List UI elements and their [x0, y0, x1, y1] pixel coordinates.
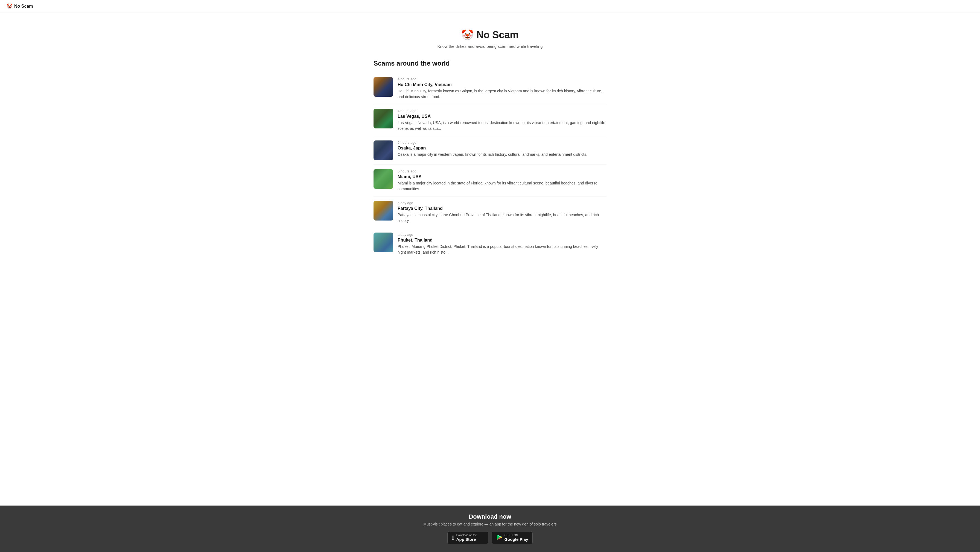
- scam-list-item[interactable]: a day ago Pattaya City, Thailand Pattaya…: [374, 197, 606, 228]
- scam-description: Phuket, Mueang Phuket District, Phuket, …: [398, 244, 606, 255]
- google-play-small-label: GET IT ON: [504, 534, 518, 537]
- scam-list-item[interactable]: 6 hours ago Miami, USA Miami is a major …: [374, 165, 606, 197]
- scam-list-item[interactable]: 4 hours ago Ho Chi Minh City, Vietnam Ho…: [374, 73, 606, 105]
- scam-city: Pattaya City, Thailand: [398, 206, 606, 211]
- scam-description: Miami is a major city located in the sta…: [398, 180, 606, 192]
- logo-emoji: 🤡: [6, 3, 13, 9]
- apple-icon: : [452, 535, 454, 541]
- scam-content: 6 hours ago Miami, USA Miami is a major …: [398, 169, 606, 192]
- scam-city: Ho Chi Minh City, Vietnam: [398, 82, 606, 87]
- scam-time: a day ago: [398, 233, 606, 236]
- hero-title-text: No Scam: [476, 29, 519, 41]
- scam-city: Miami, USA: [398, 174, 606, 179]
- hero-subtitle: Know the dirties and avoid being scammed…: [6, 44, 974, 49]
- scam-thumbnail: [374, 233, 393, 252]
- scam-description: Osaka is a major city in western Japan, …: [398, 152, 606, 157]
- hero-title-emoji: 🤡: [461, 29, 474, 41]
- footer-subtitle: Must-visit places to eat and explore — a…: [6, 522, 974, 526]
- scam-time: 6 hours ago: [398, 169, 606, 173]
- scam-list-item[interactable]: 5 hours ago Osaka, Japan Osaka is a majo…: [374, 136, 606, 165]
- scam-city: Osaka, Japan: [398, 146, 606, 151]
- scam-time: a day ago: [398, 201, 606, 205]
- scam-thumbnail: [374, 140, 393, 160]
- scam-city: Phuket, Thailand: [398, 238, 606, 243]
- footer: Download now Must-visit places to eat an…: [0, 506, 980, 552]
- scam-content: a day ago Phuket, Thailand Phuket, Muean…: [398, 233, 606, 255]
- scam-content: 4 hours ago Las Vegas, USA Las Vegas, Ne…: [398, 109, 606, 132]
- scam-description: Ho Chi Minh City, formerly known as Saig…: [398, 88, 606, 100]
- scam-list-item[interactable]: 4 hours ago Las Vegas, USA Las Vegas, Ne…: [374, 105, 606, 136]
- google-play-button[interactable]: GET IT ON Google Play: [492, 531, 533, 544]
- logo-text: No Scam: [14, 4, 33, 9]
- scam-description: Las Vegas, Nevada, USA, is a world-renow…: [398, 120, 606, 132]
- scam-content: 5 hours ago Osaka, Japan Osaka is a majo…: [398, 140, 606, 160]
- main-content: Scams around the world 4 hours ago Ho Ch…: [367, 60, 613, 506]
- hero-title: 🤡 No Scam: [6, 29, 974, 41]
- scam-time: 4 hours ago: [398, 109, 606, 113]
- app-store-small-label: Download on the: [457, 534, 477, 537]
- section-title: Scams around the world: [374, 60, 606, 67]
- scam-description: Pattaya is a coastal city in the Chonbur…: [398, 212, 606, 224]
- scam-thumbnail: [374, 201, 393, 220]
- app-store-button[interactable]:  Download on the App Store: [447, 531, 488, 544]
- google-play-big-label: Google Play: [504, 537, 528, 542]
- scam-list-item[interactable]: a day ago Phuket, Thailand Phuket, Muean…: [374, 228, 606, 260]
- scam-thumbnail: [374, 169, 393, 189]
- scam-city: Las Vegas, USA: [398, 114, 606, 119]
- scam-time: 4 hours ago: [398, 77, 606, 81]
- google-play-icon: [496, 534, 502, 541]
- footer-title: Download now: [6, 513, 974, 520]
- scam-content: a day ago Pattaya City, Thailand Pattaya…: [398, 201, 606, 224]
- app-store-big-label: App Store: [457, 537, 476, 542]
- scam-time: 5 hours ago: [398, 140, 606, 144]
- footer-buttons:  Download on the App Store GET IT ON Go…: [6, 531, 974, 544]
- scam-thumbnail: [374, 77, 393, 97]
- header-logo[interactable]: 🤡 No Scam: [6, 3, 33, 9]
- scam-thumbnail: [374, 109, 393, 128]
- scam-content: 4 hours ago Ho Chi Minh City, Vietnam Ho…: [398, 77, 606, 100]
- hero-section: 🤡 No Scam Know the dirties and avoid bei…: [0, 13, 980, 60]
- scam-list: 4 hours ago Ho Chi Minh City, Vietnam Ho…: [374, 73, 606, 260]
- header: 🤡 No Scam: [0, 0, 980, 13]
